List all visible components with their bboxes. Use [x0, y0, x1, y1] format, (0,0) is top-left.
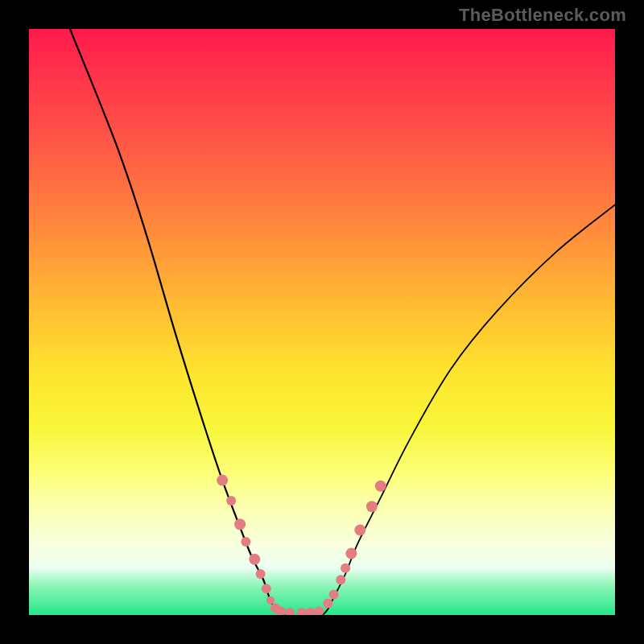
scatter-dot: [329, 590, 339, 600]
chart-frame: TheBottleneck.com: [0, 0, 644, 644]
scatter-dot: [266, 597, 275, 605]
scatter-dot: [285, 608, 295, 615]
chart-svg: [29, 29, 615, 615]
scatter-dot: [249, 554, 260, 565]
watermark-label: TheBottleneck.com: [459, 5, 626, 26]
scatter-dot: [323, 598, 332, 608]
scatter-dot: [217, 475, 228, 486]
left-curve: [70, 29, 287, 615]
scatter-dot: [345, 548, 357, 559]
scatter-dot: [226, 496, 236, 506]
scatter-dot: [297, 608, 307, 615]
scatter-dot: [262, 584, 271, 593]
scatter-dot: [314, 607, 324, 615]
scatter-dot: [305, 607, 315, 615]
scatter-dot: [341, 564, 350, 573]
scatter-dots: [217, 475, 386, 615]
scatter-dot: [234, 518, 246, 530]
scatter-dot: [366, 501, 378, 512]
scatter-dot: [241, 537, 250, 547]
plot-area: [29, 29, 615, 615]
right-curve: [316, 204, 615, 615]
scatter-dot: [336, 575, 345, 584]
scatter-dot: [375, 481, 386, 492]
scatter-dot: [354, 524, 365, 535]
scatter-dot: [256, 569, 266, 579]
